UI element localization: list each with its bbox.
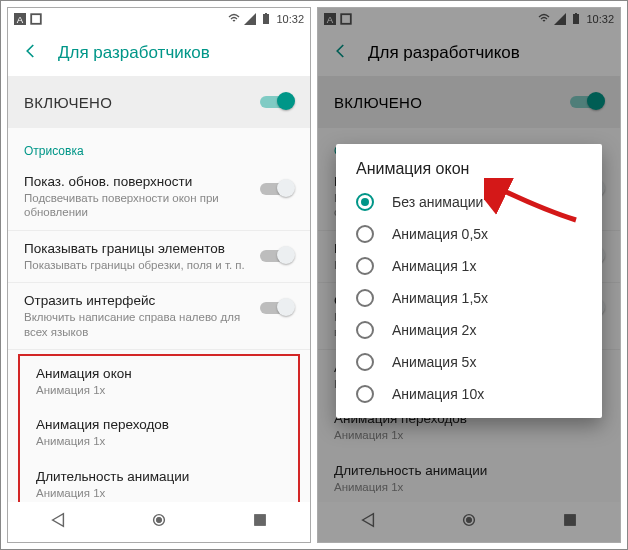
window-animation-dialog: Анимация окон Без анимации Анимация 0,5x… xyxy=(336,144,602,418)
highlight-annotation: Анимация окон Анимация 1x Анимация перех… xyxy=(18,354,300,502)
notif-card-icon xyxy=(30,13,42,25)
nav-recents-button[interactable] xyxy=(251,511,269,533)
pref-title: Показ. обнов. поверхности xyxy=(24,174,250,189)
screenshot-right: A 10:32 Для разработчиков ВКЛЮЧЕНО Отрис… xyxy=(317,7,621,543)
pref-title: Показывать границы элементов xyxy=(24,241,250,256)
dialog-title: Анимация окон xyxy=(336,160,602,186)
radio-icon xyxy=(356,321,374,339)
section-render: Отрисовка xyxy=(8,134,310,164)
dialog-option-2[interactable]: Анимация 1x xyxy=(336,250,602,282)
master-switch-label: ВКЛЮЧЕНО xyxy=(24,94,112,111)
option-label: Анимация 5x xyxy=(392,354,476,370)
signal-icon xyxy=(244,13,256,25)
option-label: Анимация 1,5x xyxy=(392,290,488,306)
dialog-option-5[interactable]: Анимация 5x xyxy=(336,346,602,378)
dialog-option-4[interactable]: Анимация 2x xyxy=(336,314,602,346)
dialog-option-6[interactable]: Анимация 10x xyxy=(336,378,602,410)
page-title: Для разработчиков xyxy=(58,43,210,63)
wifi-icon xyxy=(228,13,240,25)
pref-summary: Анимация 1x xyxy=(36,434,282,448)
back-button[interactable] xyxy=(22,42,40,64)
screenshot-left: A 10:32 Для разработчиков ВКЛЮЧЕНО xyxy=(7,7,311,543)
nav-bar xyxy=(8,502,310,542)
svg-rect-5 xyxy=(265,13,267,14)
pref-title: Отразить интерфейс xyxy=(24,293,250,308)
pref-summary: Подсвечивать поверхности окон при обновл… xyxy=(24,191,250,220)
radio-icon xyxy=(356,385,374,403)
pref-rtl[interactable]: Отразить интерфейс Включить написание сп… xyxy=(8,283,310,350)
pref-summary: Включить написание справа налево для все… xyxy=(24,310,250,339)
master-switch[interactable] xyxy=(260,93,294,111)
battery-icon xyxy=(260,13,272,25)
pref-summary: Анимация 1x xyxy=(36,383,282,397)
option-label: Анимация 1x xyxy=(392,258,476,274)
pref-switch[interactable] xyxy=(260,299,294,317)
pref-surface-updates[interactable]: Показ. обнов. поверхности Подсвечивать п… xyxy=(8,164,310,231)
radio-icon xyxy=(356,257,374,275)
pref-title: Длительность анимации xyxy=(36,469,282,484)
status-bar: A 10:32 xyxy=(8,8,310,30)
dialog-option-1[interactable]: Анимация 0,5x xyxy=(336,218,602,250)
app-bar: Для разработчиков xyxy=(8,30,310,76)
svg-rect-4 xyxy=(263,14,269,24)
option-label: Анимация 2x xyxy=(392,322,476,338)
option-label: Анимация 10x xyxy=(392,386,484,402)
radio-icon xyxy=(356,289,374,307)
pref-animator-duration[interactable]: Длительность анимации Анимация 1x xyxy=(20,459,298,502)
radio-icon xyxy=(356,225,374,243)
pref-transition-animation[interactable]: Анимация переходов Анимация 1x xyxy=(20,407,298,458)
pref-window-animation[interactable]: Анимация окон Анимация 1x xyxy=(20,356,298,407)
option-label: Анимация 0,5x xyxy=(392,226,488,242)
master-switch-row[interactable]: ВКЛЮЧЕНО xyxy=(8,76,310,128)
radio-icon xyxy=(356,193,374,211)
radio-icon xyxy=(356,353,374,371)
pref-layout-bounds[interactable]: Показывать границы элементов Показывать … xyxy=(8,231,310,283)
pref-switch[interactable] xyxy=(260,247,294,265)
nav-back-button[interactable] xyxy=(49,511,67,533)
svg-point-8 xyxy=(156,517,161,522)
svg-rect-2 xyxy=(31,14,41,24)
pref-summary: Анимация 1x xyxy=(36,486,282,500)
pref-title: Анимация окон xyxy=(36,366,282,381)
dialog-option-3[interactable]: Анимация 1,5x xyxy=(336,282,602,314)
preferences-list: Отрисовка Показ. обнов. поверхности Подс… xyxy=(8,128,310,502)
svg-marker-6 xyxy=(53,514,64,527)
nav-home-button[interactable] xyxy=(150,511,168,533)
svg-text:A: A xyxy=(17,14,24,25)
pref-title: Анимация переходов xyxy=(36,417,282,432)
clock: 10:32 xyxy=(276,13,304,25)
svg-rect-9 xyxy=(254,515,265,526)
dialog-option-0[interactable]: Без анимации xyxy=(336,186,602,218)
svg-marker-3 xyxy=(244,13,256,25)
pref-switch[interactable] xyxy=(260,180,294,198)
notif-a-icon: A xyxy=(14,13,26,25)
pref-summary: Показывать границы обрезки, поля и т. п. xyxy=(24,258,250,272)
option-label: Без анимации xyxy=(392,194,483,210)
